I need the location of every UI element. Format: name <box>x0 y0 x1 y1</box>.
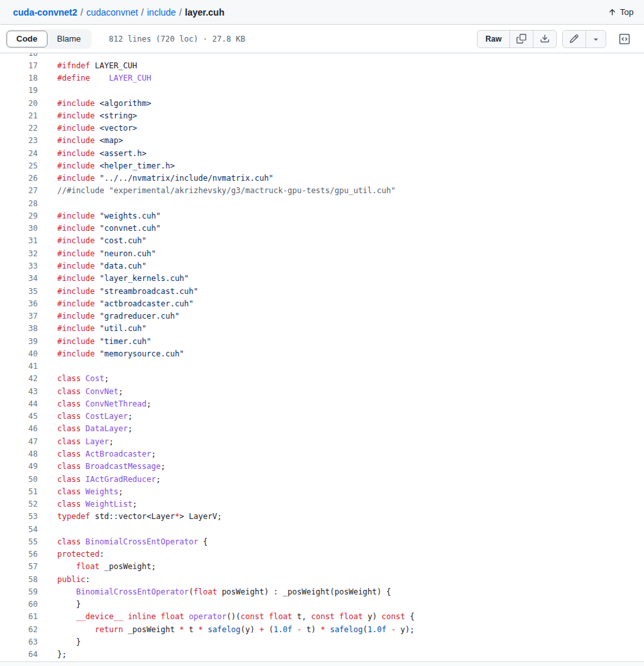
line-number[interactable]: 29 <box>0 210 38 222</box>
code-line-text: class ActBroadcaster; <box>38 448 156 460</box>
line-number[interactable]: 34 <box>0 273 38 285</box>
copy-button[interactable] <box>510 31 533 47</box>
arrow-up-icon <box>608 8 617 17</box>
code-symbols-icon <box>619 34 630 44</box>
line-number[interactable]: 16 <box>0 53 38 60</box>
code-line-text: }; <box>38 648 66 661</box>
line-number[interactable]: 57 <box>0 561 38 573</box>
breadcrumb-separator: / <box>141 7 144 18</box>
line-number[interactable]: 56 <box>0 548 38 561</box>
code-line-text <box>38 53 57 60</box>
line-number[interactable]: 44 <box>0 398 38 410</box>
code-line: 34#include "layer_kernels.cuh" <box>0 273 644 285</box>
line-number[interactable]: 22 <box>0 122 38 135</box>
file-info-text: 812 lines (720 loc) · 27.8 KB <box>109 34 245 44</box>
line-number[interactable]: 58 <box>0 574 38 586</box>
line-number[interactable]: 45 <box>0 410 38 423</box>
line-number[interactable]: 46 <box>0 423 38 435</box>
code-blame-toggle: Code Blame <box>5 29 92 49</box>
line-number[interactable]: 38 <box>0 323 38 335</box>
code-line: 20#include <algorithm> <box>0 98 644 110</box>
code-line-text <box>38 524 57 536</box>
code-line: 54 <box>0 524 644 536</box>
line-number[interactable]: 26 <box>0 172 38 185</box>
edit-button[interactable] <box>563 31 586 47</box>
line-number[interactable]: 62 <box>0 624 38 636</box>
line-number[interactable]: 20 <box>0 98 38 110</box>
line-number[interactable]: 40 <box>0 348 38 360</box>
code-lines-container: 1617#ifndef LAYER_CUH18#define LAYER_CUH… <box>0 53 644 661</box>
code-line-text: #ifndef LAYER_CUH <box>38 60 137 72</box>
code-line-text: class Weights; <box>38 486 123 498</box>
code-line: 28 <box>0 198 644 210</box>
line-number[interactable]: 55 <box>0 536 38 548</box>
code-line: 22#include <vector> <box>0 122 644 135</box>
line-number[interactable]: 42 <box>0 373 38 385</box>
download-button[interactable] <box>533 31 556 47</box>
breadcrumb-current-file: layer.cuh <box>185 7 224 18</box>
code-line-text: BinomialCrossEntOperator(float posWeight… <box>38 586 391 598</box>
code-line-text <box>38 198 57 210</box>
code-line: 16 <box>0 53 644 60</box>
breadcrumb-dir-link-include[interactable]: include <box>147 7 176 18</box>
code-line: 30#include "convnet.cuh" <box>0 222 644 235</box>
line-number[interactable]: 18 <box>0 72 38 85</box>
line-number[interactable]: 49 <box>0 460 38 473</box>
line-number[interactable]: 43 <box>0 386 38 398</box>
line-number[interactable]: 54 <box>0 524 38 536</box>
line-number[interactable]: 28 <box>0 198 38 210</box>
code-line: 24#include <assert.h> <box>0 148 644 160</box>
line-number[interactable]: 35 <box>0 286 38 298</box>
line-number[interactable]: 60 <box>0 598 38 611</box>
code-line-text: class Layer; <box>38 436 114 448</box>
line-number[interactable]: 37 <box>0 310 38 323</box>
line-number[interactable]: 23 <box>0 135 38 147</box>
line-number[interactable]: 53 <box>0 511 38 523</box>
code-line-text: #include "gradreducer.cuh" <box>38 310 180 323</box>
code-line-text: #include "cost.cuh" <box>38 235 146 247</box>
code-line: 51class Weights; <box>0 486 644 498</box>
line-number[interactable]: 39 <box>0 336 38 348</box>
line-number[interactable]: 61 <box>0 611 38 623</box>
line-number[interactable]: 21 <box>0 110 38 122</box>
line-number[interactable]: 24 <box>0 148 38 160</box>
line-number[interactable]: 32 <box>0 248 38 260</box>
code-line: 50class IActGradReducer; <box>0 473 644 486</box>
breadcrumb-repo-link[interactable]: cuda-convnet2 <box>13 7 77 18</box>
line-number[interactable]: 41 <box>0 360 38 373</box>
edit-dropdown-button[interactable] <box>586 31 606 47</box>
line-number[interactable]: 30 <box>0 222 38 235</box>
code-line: 27//#include "experimental/akrizhevsky/g… <box>0 185 644 197</box>
line-number[interactable]: 25 <box>0 160 38 172</box>
line-number[interactable]: 19 <box>0 85 38 97</box>
line-number[interactable]: 50 <box>0 473 38 486</box>
breadcrumb-separator: / <box>179 7 181 18</box>
line-number[interactable]: 51 <box>0 486 38 498</box>
line-number[interactable]: 48 <box>0 448 38 460</box>
line-number[interactable]: 31 <box>0 235 38 247</box>
scroll-to-top-link[interactable]: Top <box>608 7 634 17</box>
line-number[interactable]: 63 <box>0 636 38 648</box>
line-number[interactable]: 36 <box>0 298 38 310</box>
line-number[interactable]: 27 <box>0 185 38 197</box>
code-line: 25#include <helper_timer.h> <box>0 160 644 172</box>
code-line-text: #define LAYER_CUH <box>38 72 152 85</box>
code-line: 62 return _posWeight * t * safelog(y) + … <box>0 624 644 636</box>
line-number[interactable]: 59 <box>0 586 38 598</box>
code-line-text: #include "memorysource.cuh" <box>38 348 184 360</box>
code-line-text <box>38 360 57 373</box>
tab-blame[interactable]: Blame <box>47 31 91 47</box>
code-line: 45class CostLayer; <box>0 410 644 423</box>
code-line: 52class WeightList; <box>0 498 644 511</box>
raw-button[interactable]: Raw <box>477 31 510 47</box>
symbols-panel-button[interactable] <box>615 30 634 48</box>
breadcrumb-dir-link-cudaconvnet[interactable]: cudaconvnet <box>87 7 138 18</box>
code-line: 57 float _posWeight; <box>0 561 644 573</box>
tab-code[interactable]: Code <box>7 31 47 47</box>
line-number[interactable]: 52 <box>0 498 38 511</box>
line-number[interactable]: 47 <box>0 436 38 448</box>
line-number[interactable]: 33 <box>0 260 38 273</box>
code-line-text: #include "data.cuh" <box>38 260 146 273</box>
line-number[interactable]: 64 <box>0 648 38 661</box>
line-number[interactable]: 17 <box>0 60 38 72</box>
